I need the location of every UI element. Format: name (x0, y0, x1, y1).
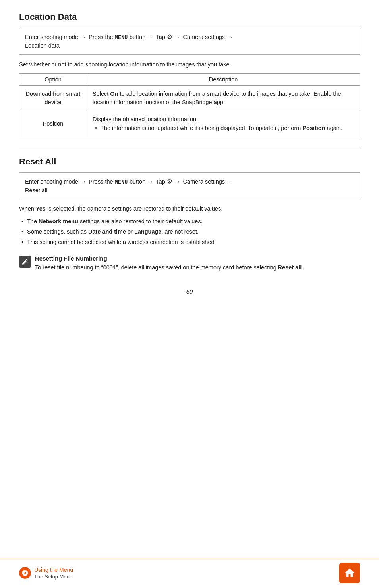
footer-left: Using the Menu The Setup Menu (19, 567, 73, 580)
table-row: Download from smart device Select On to … (19, 85, 360, 111)
desc-position: Display the obtained location informatio… (87, 111, 360, 137)
home-button[interactable] (339, 563, 360, 583)
menu-label-reset: MENU (115, 179, 128, 185)
reset-all-instruction-box: Enter shooting mode → Press the MENU but… (19, 172, 360, 199)
bullet-wireless: This setting cannot be selected while a … (19, 238, 360, 247)
reset-all-bullets: The Network menu settings are also resto… (19, 217, 360, 246)
reset-instruction-line1: Enter shooting mode → Press the MENU but… (25, 178, 234, 185)
note-section: Resetting File Numbering To reset file n… (19, 255, 360, 272)
option-position: Position (19, 111, 87, 137)
note-content: Resetting File Numbering To reset file n… (35, 255, 303, 272)
wrench-symbol: ⚙ (167, 33, 172, 40)
instruction-line1: Enter shooting mode → Press the MENU but… (25, 34, 234, 40)
page-content: Location Data Enter shooting mode → Pres… (0, 0, 379, 330)
reset-all-title: Reset All (19, 157, 360, 167)
bullet-date-time: Some settings, such as Date and time or … (19, 228, 360, 236)
note-title: Resetting File Numbering (35, 255, 303, 262)
section-divider (19, 147, 360, 147)
col-option-header: Option (19, 73, 87, 85)
reset-instruction-line2: Reset all (25, 187, 47, 193)
desc-download: Select On to add location information fr… (87, 85, 360, 111)
col-description-header: Description (87, 73, 360, 85)
bullet-network-menu: The Network menu settings are also resto… (19, 217, 360, 226)
location-data-description: Set whether or not to add shooting locat… (19, 60, 360, 69)
note-body: To reset file numbering to “0001”, delet… (35, 263, 303, 272)
wrench-symbol-reset: ⚙ (167, 178, 172, 185)
reset-all-intro: When Yes is selected, the camera's setti… (19, 205, 360, 213)
footer-text: Using the Menu The Setup Menu (34, 567, 73, 580)
nikon-logo-icon (21, 569, 29, 576)
note-icon (19, 256, 31, 268)
footer-sub-label: The Setup Menu (34, 574, 73, 580)
option-download: Download from smart device (19, 85, 87, 111)
footer-nav-label: Using the Menu (34, 567, 73, 573)
location-data-instruction-box: Enter shooting mode → Press the MENU but… (19, 28, 360, 55)
page-number: 50 (19, 288, 360, 295)
table-row: Position Display the obtained location i… (19, 111, 360, 137)
footer: Using the Menu The Setup Menu (0, 559, 379, 588)
options-table: Option Description Download from smart d… (19, 73, 360, 137)
location-data-title: Location Data (19, 12, 360, 22)
footer-logo (19, 567, 31, 579)
instruction-line2: Location data (25, 43, 60, 49)
home-icon (344, 567, 356, 579)
pencil-icon (21, 258, 29, 265)
menu-label: MENU (115, 35, 128, 41)
